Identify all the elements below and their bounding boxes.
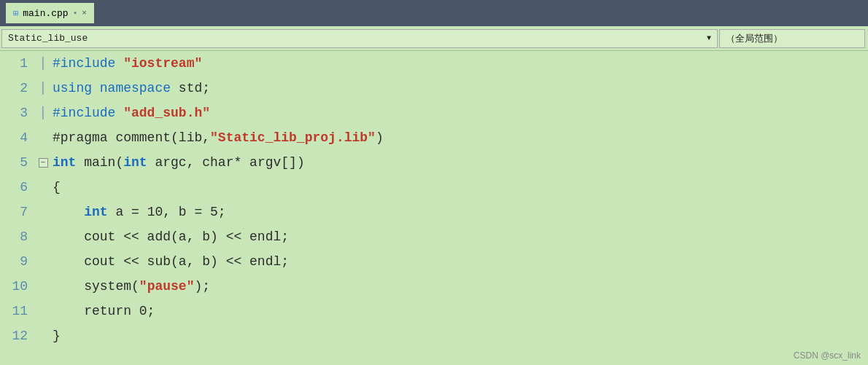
line-content: cout << sub(a, b) << endl;: [50, 249, 868, 274]
code-token: a = 10, b = 5;: [115, 205, 225, 219]
line-content: system("pause");: [50, 274, 868, 299]
table-row: 9 cout << sub(a, b) << endl;: [0, 249, 868, 274]
tab-close-button[interactable]: ×: [82, 9, 87, 17]
tab-filename: main.cpp: [23, 8, 68, 19]
line-gutter: │: [36, 76, 50, 101]
code-token: "iostream": [123, 56, 202, 71]
line-content: return 0;: [50, 299, 868, 323]
line-gutter: │: [36, 51, 50, 76]
line-gutter: [36, 249, 50, 274]
code-token: using: [53, 81, 100, 95]
line-number: 11: [0, 299, 36, 323]
line-content: #pragma comment(lib,"Static_lib_proj.lib…: [50, 125, 868, 150]
line-number: 4: [0, 125, 36, 150]
dropdown-bar: Static_lib_use ▼ （全局范围）: [0, 26, 868, 51]
table-row: 6{: [0, 175, 868, 200]
line-number: 3: [0, 101, 36, 125]
collapse-icon[interactable]: −: [39, 158, 48, 168]
code-token: std;: [179, 81, 210, 95]
code-token: [53, 205, 84, 219]
scope-dropdown-left[interactable]: Static_lib_use ▼: [1, 29, 718, 48]
line-content: }: [50, 323, 868, 348]
line-content: using namespace std;: [50, 76, 868, 101]
code-token: cout << sub(a, b) << endl;: [53, 254, 289, 269]
line-number: 2: [0, 76, 36, 101]
dropdown-arrow-left: ▼: [707, 34, 711, 42]
table-row: 11 return 0;: [0, 299, 868, 323]
table-row: 1│#include "iostream": [0, 51, 868, 76]
code-token: char: [202, 155, 233, 170]
line-gutter: [36, 274, 50, 299]
code-token: #pragma comment(lib,: [53, 130, 210, 145]
code-token: #include: [53, 56, 123, 71]
table-row: 3│#include "add_sub.h": [0, 101, 868, 125]
code-token: cout << add(a, b) << endl;: [53, 229, 289, 244]
table-row: 12}: [0, 323, 868, 348]
title-bar: ⊞ main.cpp ▪ ×: [0, 0, 868, 26]
code-token: {: [53, 180, 61, 195]
tab-icon: ⊞: [13, 8, 18, 19]
line-number: 8: [0, 224, 36, 249]
code-token: #include: [53, 106, 123, 120]
line-gutter: [36, 224, 50, 249]
table-row: 5−int main(int argc, char* argv[]): [0, 150, 868, 175]
code-token: int: [53, 155, 84, 170]
code-token: system(: [53, 279, 139, 294]
line-number: 1: [0, 51, 36, 76]
code-token: return 0;: [53, 304, 155, 318]
line-number: 7: [0, 200, 36, 224]
code-token: }: [53, 329, 61, 343]
line-gutter: [36, 299, 50, 323]
line-gutter: [36, 175, 50, 200]
table-row: 10 system("pause");: [0, 274, 868, 299]
line-gutter: [36, 200, 50, 224]
table-row: 8 cout << add(a, b) << endl;: [0, 224, 868, 249]
code-token: "pause": [139, 279, 195, 294]
line-gutter: −: [36, 150, 50, 175]
code-token: main(: [84, 155, 123, 170]
code-token: ): [376, 130, 384, 145]
code-token: int: [84, 205, 115, 219]
line-content: int a = 10, b = 5;: [50, 200, 868, 224]
scope-label-right: （全局范围）: [726, 32, 783, 45]
tab-pin-icon: ▪: [73, 9, 78, 17]
line-gutter: [36, 323, 50, 348]
table-row: 2│using namespace std;: [0, 76, 868, 101]
code-table: 1│#include "iostream"2│using namespace s…: [0, 51, 868, 348]
line-gutter: │: [36, 101, 50, 125]
line-content: #include "iostream": [50, 51, 868, 76]
line-gutter: [36, 125, 50, 150]
line-content: {: [50, 175, 868, 200]
scope-label-left: Static_lib_use: [8, 33, 88, 44]
watermark: CSDN @scx_link: [794, 350, 861, 361]
code-token: argc,: [155, 155, 202, 170]
scope-dropdown-right[interactable]: （全局范围）: [719, 29, 865, 48]
line-number: 9: [0, 249, 36, 274]
code-token: "Static_lib_proj.lib": [210, 130, 376, 145]
line-number: 10: [0, 274, 36, 299]
table-row: 4#pragma comment(lib,"Static_lib_proj.li…: [0, 125, 868, 150]
table-row: 7 int a = 10, b = 5;: [0, 200, 868, 224]
code-token: namespace: [100, 81, 179, 95]
code-token: "add_sub.h": [123, 106, 210, 120]
line-content: int main(int argc, char* argv[]): [50, 150, 868, 175]
code-editor: 1│#include "iostream"2│using namespace s…: [0, 51, 868, 365]
line-content: cout << add(a, b) << endl;: [50, 224, 868, 249]
line-number: 6: [0, 175, 36, 200]
line-number: 12: [0, 323, 36, 348]
line-number: 5: [0, 150, 36, 175]
code-token: int: [123, 155, 155, 170]
file-tab[interactable]: ⊞ main.cpp ▪ ×: [6, 3, 94, 23]
line-content: #include "add_sub.h": [50, 101, 868, 125]
code-token: * argv[]): [233, 155, 304, 170]
code-token: );: [194, 279, 210, 294]
